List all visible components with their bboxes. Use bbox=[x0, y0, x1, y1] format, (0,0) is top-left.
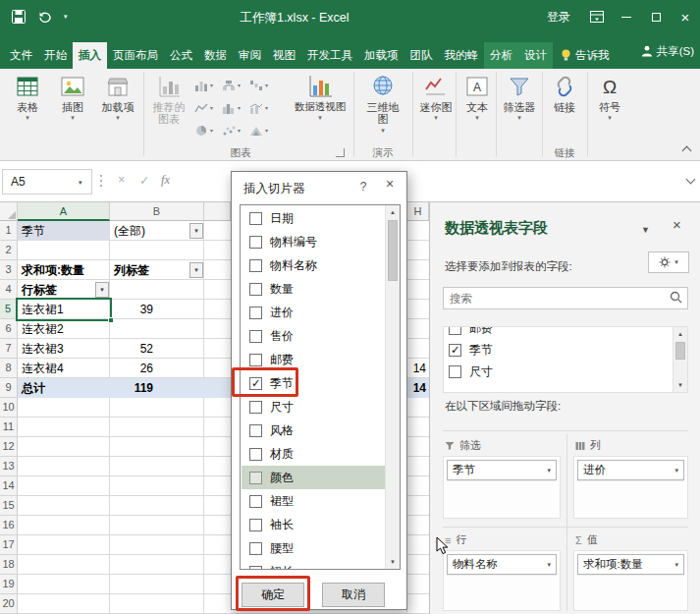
row-labels-dropdown-icon[interactable]: ▾ bbox=[95, 282, 109, 298]
filters-field-chip[interactable]: 季节 ▾ bbox=[447, 460, 557, 480]
cell-A4[interactable]: 行标签 ▾ bbox=[18, 280, 110, 300]
cell-A1[interactable]: 季节 bbox=[18, 221, 110, 241]
field-checkbox[interactable] bbox=[449, 344, 461, 357]
illustrations-button[interactable]: 插图 ▾ bbox=[51, 72, 94, 122]
waterfall-chart-button[interactable]: ▾ bbox=[249, 74, 277, 96]
chevron-down-icon[interactable]: ▾ bbox=[547, 467, 551, 474]
field-checkbox[interactable] bbox=[249, 448, 262, 461]
row-header[interactable]: 5 bbox=[0, 300, 18, 319]
slicer-field-row[interactable]: 颜色 bbox=[242, 466, 385, 489]
row-header[interactable]: 13 bbox=[0, 457, 18, 476]
cancel-button[interactable]: 取消 bbox=[322, 583, 385, 607]
dialog-list-scrollbar[interactable]: ▲ ▼ bbox=[385, 205, 400, 569]
column-header-B[interactable]: B bbox=[110, 202, 204, 221]
field-checkbox[interactable] bbox=[249, 377, 262, 390]
chevron-down-icon[interactable]: ▾ bbox=[547, 561, 551, 569]
ribbon-tab[interactable]: 审阅 bbox=[233, 42, 267, 69]
cell-A5[interactable]: 连衣裙1 bbox=[18, 300, 110, 319]
slicer-field-row[interactable]: 邮费 bbox=[242, 348, 385, 371]
row-header[interactable]: 20 bbox=[0, 594, 18, 614]
statistic-chart-button[interactable]: ▾ bbox=[222, 96, 249, 119]
slicer-field-row[interactable]: 数量 bbox=[242, 277, 385, 301]
save-icon[interactable] bbox=[12, 10, 26, 24]
customize-toolbar-icon[interactable]: ▾ bbox=[64, 13, 68, 21]
field-checkbox[interactable] bbox=[249, 330, 262, 343]
ribbon-tab[interactable]: 开发工具 bbox=[301, 42, 358, 69]
field-checkbox[interactable] bbox=[249, 401, 262, 414]
chevron-down-icon[interactable]: ▾ bbox=[674, 561, 678, 569]
slicer-field-row[interactable]: 裙长 bbox=[242, 560, 385, 570]
column-labels-dropdown-icon[interactable]: ▾ bbox=[189, 262, 203, 278]
slicer-field-row[interactable]: 日期 bbox=[242, 206, 385, 230]
slicer-field-row[interactable]: 物料名称 bbox=[242, 253, 385, 277]
hyperlink-button[interactable]: 链接 bbox=[546, 72, 583, 113]
undo-icon[interactable] bbox=[37, 11, 52, 24]
cell-A3[interactable]: 求和项:数量 bbox=[18, 260, 110, 280]
hierarchy-chart-button[interactable]: ▾ bbox=[222, 74, 249, 96]
slicer-field-row[interactable]: 腰型 bbox=[242, 536, 385, 560]
row-header[interactable]: 8 bbox=[0, 359, 18, 378]
pane-field-row[interactable]: 邮费 bbox=[446, 326, 672, 339]
row-header[interactable]: 9 bbox=[0, 378, 18, 398]
pane-field-row[interactable]: 尺寸 bbox=[446, 361, 672, 382]
map-3d-button[interactable]: 三维地图 ▾ bbox=[357, 72, 408, 135]
insert-function-icon[interactable]: fx bbox=[161, 173, 170, 188]
field-checkbox[interactable] bbox=[249, 566, 262, 571]
combo-chart-button[interactable]: ▾ bbox=[249, 96, 277, 119]
cell-H8[interactable]: 14 bbox=[407, 359, 429, 378]
formula-bar-splitter[interactable] bbox=[100, 175, 102, 177]
cell-B3[interactable]: 列标签 ▾ bbox=[110, 260, 204, 280]
scroll-down-icon[interactable]: ▼ bbox=[386, 555, 400, 569]
field-checkbox[interactable] bbox=[249, 307, 262, 319]
column-chart-button[interactable]: ▾ bbox=[194, 74, 222, 96]
pane-close-icon[interactable]: × bbox=[673, 216, 681, 233]
filters-button[interactable]: 筛选器 ▾ bbox=[499, 72, 540, 122]
sign-in-button[interactable]: 登录 bbox=[535, 9, 582, 26]
row-header[interactable]: 17 bbox=[0, 535, 18, 555]
dialog-close-icon[interactable]: × bbox=[378, 176, 402, 192]
cell-A8[interactable]: 连衣裙4 bbox=[18, 359, 110, 378]
cell-A9[interactable]: 总计 bbox=[18, 378, 110, 398]
column-header-partial[interactable] bbox=[204, 202, 231, 221]
row-header[interactable]: 19 bbox=[0, 575, 18, 594]
column-header-H[interactable]: H bbox=[407, 202, 429, 221]
search-input[interactable] bbox=[443, 287, 688, 309]
collapse-ribbon-icon[interactable] bbox=[683, 147, 690, 154]
pane-field-row[interactable]: 季节 bbox=[446, 339, 672, 361]
ribbon-tab[interactable]: 视图 bbox=[267, 42, 301, 69]
cell-B1[interactable]: (全部) ▾ bbox=[110, 221, 204, 241]
scrollbar-thumb[interactable] bbox=[675, 342, 685, 360]
slicer-field-row[interactable]: 尺寸 bbox=[242, 395, 385, 419]
surface-chart-button[interactable]: ▾ bbox=[249, 119, 277, 141]
field-checkbox[interactable] bbox=[449, 365, 461, 378]
slicer-field-row[interactable]: 物料编号 bbox=[242, 230, 385, 253]
pie-chart-button[interactable]: ▾ bbox=[194, 119, 222, 141]
ribbon-display-options-icon[interactable] bbox=[582, 0, 612, 33]
field-checkbox[interactable] bbox=[249, 212, 262, 225]
row-header[interactable]: 6 bbox=[0, 319, 18, 339]
dialog-help-icon[interactable]: ? bbox=[353, 180, 373, 194]
field-checkbox[interactable] bbox=[249, 542, 262, 555]
search-icon[interactable] bbox=[670, 291, 682, 307]
text-button[interactable]: A 文本 ▾ bbox=[458, 72, 496, 122]
slicer-field-row[interactable]: 裙型 bbox=[242, 489, 385, 513]
pivot-chart-button[interactable]: 数据透视图 ▾ bbox=[293, 72, 348, 122]
row-header[interactable]: 11 bbox=[0, 418, 18, 437]
chevron-down-icon[interactable]: ▾ bbox=[674, 467, 678, 474]
pane-list-scrollbar[interactable]: ▲ ▼ bbox=[673, 327, 687, 392]
ribbon-tab[interactable]: 分析 bbox=[484, 42, 518, 69]
sparklines-button[interactable]: 迷你图 ▾ bbox=[416, 72, 456, 122]
minimize-button[interactable] bbox=[612, 0, 641, 33]
cell-C9-partial[interactable] bbox=[204, 378, 231, 398]
slicer-field-row[interactable]: 季节 bbox=[242, 371, 385, 395]
row-header[interactable]: 10 bbox=[0, 398, 18, 418]
add-ins-button[interactable]: 加载项 ▾ bbox=[96, 72, 139, 122]
ribbon-tab[interactable]: 团队 bbox=[404, 42, 439, 69]
slicer-field-row[interactable]: 材质 bbox=[242, 442, 385, 466]
field-checkbox[interactable] bbox=[449, 326, 461, 335]
select-all-corner[interactable] bbox=[0, 202, 18, 221]
slicer-field-row[interactable]: 风格 bbox=[242, 419, 385, 442]
field-checkbox[interactable] bbox=[249, 354, 262, 366]
name-box-dropdown-icon[interactable]: ▾ bbox=[79, 179, 82, 187]
ribbon-tab[interactable]: 加载项 bbox=[358, 42, 404, 69]
